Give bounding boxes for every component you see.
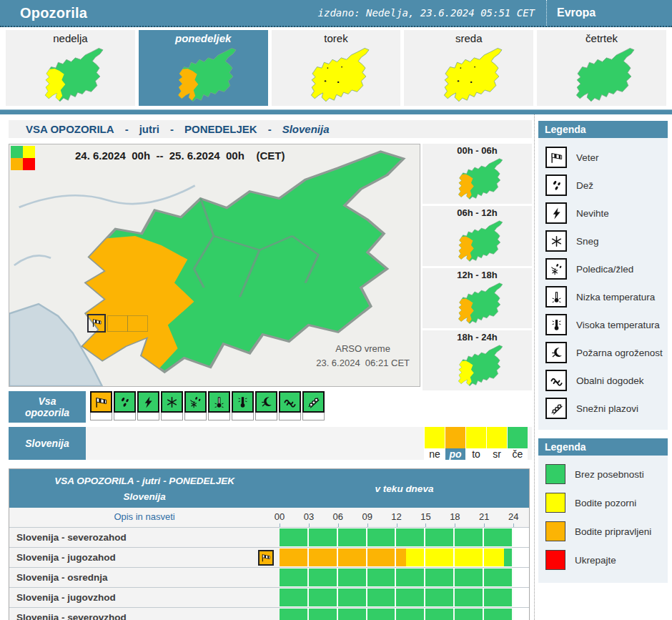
- region-label: Slovenija - severozahod: [9, 528, 280, 547]
- timeline-segment: [280, 609, 513, 620]
- hazard-button-high-temp[interactable]: [232, 391, 255, 420]
- severity-checker: [11, 146, 35, 170]
- day-tab-četrtek[interactable]: četrtek: [537, 30, 666, 106]
- day-tab-nedelja[interactable]: nedelja: [6, 30, 135, 106]
- table-row: Slovenija - jugovzhod: [9, 587, 529, 607]
- day-strip-sr[interactable]: sr: [487, 427, 507, 460]
- severity-swatch-red: [23, 158, 35, 170]
- hazard-count-cell: [302, 413, 325, 420]
- day-strip-ne[interactable]: ne: [425, 427, 445, 460]
- timeline-bar: [280, 608, 513, 620]
- high-temp-icon: [236, 395, 249, 409]
- hazard-count-cell: [114, 413, 136, 420]
- slovenia-map: [452, 220, 503, 263]
- grid-cell-outline: [127, 315, 148, 332]
- app-header: Opozorila izdano: Nedelja, 23.6.2024 05:…: [0, 0, 672, 27]
- day-severity-color: [466, 427, 486, 448]
- warnings-title-region: Slovenija: [282, 123, 330, 135]
- slovenia-map: [36, 46, 104, 104]
- legend-item-avalanche: Snežni plazovi: [545, 398, 663, 419]
- timeline-segment: [504, 548, 514, 566]
- hazard-count-cell: [90, 413, 112, 420]
- hazard-button-low-temp[interactable]: [208, 391, 232, 420]
- hour-tick: [397, 523, 397, 527]
- severity-swatch: [545, 521, 565, 541]
- slovenia-map: [452, 157, 503, 201]
- legend-item-label: Nevihte: [576, 208, 609, 219]
- hour-tick: [513, 523, 514, 527]
- hazard-button-fire[interactable]: [255, 391, 279, 420]
- timeline-segment: [280, 548, 406, 566]
- hour-label: 12: [391, 511, 401, 522]
- hours-axis: 000306091215182124: [280, 508, 513, 527]
- hazard-button-avalanche[interactable]: [302, 391, 326, 420]
- hazard-button-snow[interactable]: [161, 391, 184, 420]
- ice-icon: [189, 395, 202, 409]
- warnings-table: VSA OPOZORILA - jutri - PONEDELJEK Slove…: [9, 468, 530, 620]
- hazard-count-cell: [137, 413, 159, 420]
- day-tabs: nedeljaponedeljektoreksredačetrtek: [0, 27, 672, 107]
- severity-swatch: [545, 464, 565, 484]
- low-temp-icon: [212, 395, 226, 409]
- hour-tick: [455, 523, 455, 527]
- slovenia-map: [568, 46, 635, 104]
- legend-icons-panel: Legenda VeterDežNevihteSnegPoledica/žled…: [538, 121, 668, 430]
- legend-icons-title: Legenda: [538, 121, 668, 138]
- section-divider: [0, 109, 672, 114]
- hazard-button-ice[interactable]: [184, 391, 208, 420]
- time-interval-label: 06h - 12h: [423, 207, 532, 220]
- avalanche-icon: [550, 402, 563, 415]
- hazard-count-cell: [184, 413, 207, 420]
- hazard-button-coastal[interactable]: [279, 391, 302, 420]
- hour-label: 15: [420, 511, 430, 522]
- hazard-button-rain[interactable]: [114, 391, 137, 420]
- severity-swatch-orange: [11, 158, 23, 170]
- legend-item-label: Nizka temperatura: [576, 292, 655, 302]
- timeline-segment: [280, 528, 513, 546]
- timeline-bar: [280, 588, 513, 607]
- hour-tick: [280, 523, 280, 527]
- legend-item-snow: Sneg: [545, 230, 663, 252]
- table-subtitle: Slovenija: [9, 491, 280, 502]
- legend-color-label: Brez posebnosti: [575, 469, 644, 480]
- hour-label: 06: [333, 511, 343, 522]
- warnings-title-when: jutri: [139, 123, 159, 135]
- day-strip-če[interactable]: če: [508, 427, 528, 460]
- legend-item-label: Požarna ogroženost: [576, 348, 663, 358]
- day-strip-to[interactable]: to: [466, 427, 486, 460]
- evropa-link[interactable]: Evropa: [546, 0, 672, 26]
- time-map-00h-06h: 00h - 06h: [423, 144, 532, 204]
- slovenia-row-label: Slovenija: [9, 427, 86, 460]
- legend-item-coastal: Obalni dogodek: [545, 370, 663, 391]
- hazard-button-storm[interactable]: [137, 391, 161, 420]
- timeline-bar: [280, 528, 513, 547]
- day-strip-po[interactable]: po: [445, 427, 465, 460]
- legend-item-label: Dež: [576, 180, 593, 191]
- slovenia-map: [435, 46, 503, 104]
- day-tab-torek[interactable]: torek: [272, 30, 401, 106]
- legend-item-fire: Požarna ogroženost: [545, 342, 663, 363]
- day-abbr-label: to: [466, 448, 486, 460]
- day-tab-sreda[interactable]: sreda: [404, 30, 533, 106]
- all-warnings-label: Vsa opozorila: [9, 391, 86, 423]
- day-tab-ponedeljek[interactable]: ponedeljek: [139, 30, 268, 106]
- grid-cell-outline: [107, 315, 128, 332]
- wind-icon: [550, 151, 563, 164]
- storm-icon: [142, 395, 155, 409]
- legend-item-storm: Nevihte: [545, 202, 663, 224]
- legend-item-label: Poledica/žled: [576, 264, 633, 275]
- hour-label: 00: [275, 511, 285, 522]
- day-tab-label: nedelja: [6, 30, 135, 46]
- severity-swatch-yellow: [23, 146, 35, 158]
- timeline-segment: [406, 548, 503, 566]
- wind-warning-icon: [258, 550, 274, 566]
- coastal-icon: [550, 374, 563, 388]
- warnings-title-main: VSA OPOZORILA: [26, 123, 114, 135]
- high-temp-icon: [550, 318, 563, 332]
- legend-item-wind: Veter: [545, 147, 663, 168]
- slovenia-day-row: Slovenija nepotosrče: [9, 427, 532, 460]
- wind-icon: [94, 395, 108, 409]
- hazard-button-wind[interactable]: [90, 391, 114, 420]
- region-label: Slovenija - jugovzhod: [9, 588, 280, 607]
- coastal-icon: [283, 395, 297, 409]
